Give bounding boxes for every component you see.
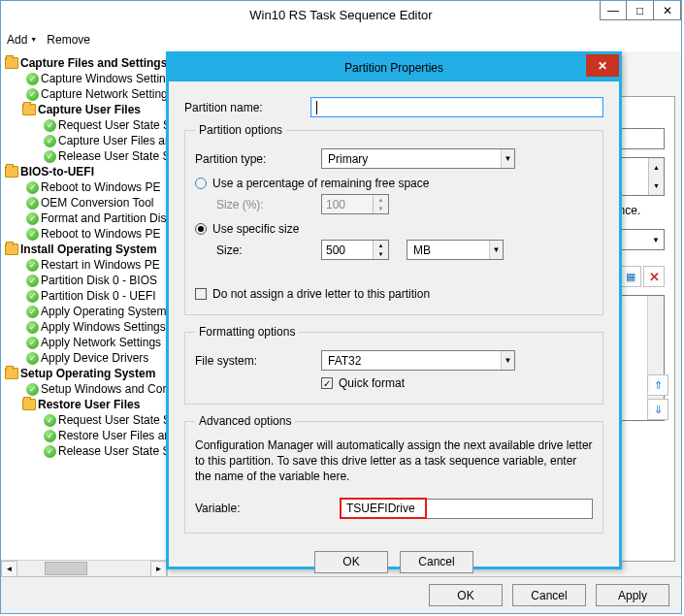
add-menu-button[interactable]: Add▼ <box>7 33 37 47</box>
close-button[interactable]: ✕ <box>654 1 681 20</box>
tree-item[interactable]: Release User State Storage <box>58 149 168 163</box>
radio-use-percentage[interactable] <box>195 178 207 189</box>
titlebar: Win10 RS Task Sequence Editor — □ ✕ <box>1 1 681 28</box>
chevron-down-icon: ▼ <box>30 36 37 43</box>
filesystem-select[interactable]: FAT32▼ <box>321 350 515 371</box>
tree-item[interactable]: Restore User Files and Settings <box>58 429 168 442</box>
scroll-thumb[interactable] <box>45 562 87 575</box>
partition-type-label: Partition type: <box>195 152 321 166</box>
dialog-title: Partition Properties <box>344 61 443 75</box>
move-partition-down-button[interactable]: ⇓ <box>647 399 668 420</box>
filesystem-label: File system: <box>195 354 321 368</box>
size-input[interactable]: 500▲▼ <box>321 240 389 260</box>
task-tree[interactable]: Capture Files and Settings ✓Capture Wind… <box>1 51 167 459</box>
spin-up-icon[interactable]: ▲ <box>374 241 388 250</box>
ok-button[interactable]: OK <box>429 584 503 606</box>
variable-input[interactable]: TSUEFIDrive <box>341 499 593 519</box>
tree-item[interactable]: Apply Windows Settings <box>41 320 166 334</box>
check-icon: ✓ <box>26 306 39 318</box>
group-bios-uefi[interactable]: BIOS-to-UEFI <box>20 165 94 178</box>
formatting-options-legend: Formatting options <box>195 325 299 339</box>
scroll-right-icon[interactable]: ► <box>150 561 167 576</box>
cancel-button[interactable]: Cancel <box>512 584 586 606</box>
group-install-os[interactable]: Install Operating System <box>20 243 157 256</box>
no-drive-letter-label[interactable]: Do not assign a drive letter to this par… <box>212 287 430 301</box>
tree-item[interactable]: Reboot to Windows PE <box>41 180 160 194</box>
radio-use-percentage-label[interactable]: Use a percentage of remaining free space <box>212 177 429 190</box>
check-icon: ✓ <box>26 337 39 349</box>
spin-down-icon: ▼ <box>374 205 388 214</box>
minimize-button[interactable]: — <box>600 1 627 20</box>
tree-item[interactable]: OEM Conversion Tool <box>41 196 154 210</box>
tree-item[interactable]: Apply Operating System <box>41 305 166 318</box>
tree-item[interactable]: Apply Network Settings <box>41 336 161 349</box>
dialog-ok-button[interactable]: OK <box>314 551 388 573</box>
no-drive-letter-checkbox[interactable] <box>195 288 207 300</box>
check-icon: ✓ <box>26 181 39 194</box>
radio-use-specific-size-label[interactable]: Use specific size <box>212 222 299 236</box>
variable-value-highlight: TSUEFIDrive <box>342 500 425 517</box>
properties-button[interactable]: ▦ <box>620 266 641 287</box>
check-icon: ✓ <box>44 135 56 147</box>
tree-item[interactable]: Request User State Storage <box>58 413 168 427</box>
tree-item[interactable]: Partition Disk 0 - BIOS <box>41 274 157 287</box>
radio-use-specific-size[interactable] <box>195 223 207 235</box>
group-capture-user[interactable]: Capture User Files <box>38 103 141 116</box>
check-icon: ✓ <box>44 445 56 458</box>
tree-item[interactable]: Apply Device Drivers <box>41 351 148 365</box>
chevron-down-icon: ▼ <box>489 241 503 259</box>
check-icon: ✓ <box>26 228 39 241</box>
dialog-close-button[interactable]: ✕ <box>586 54 619 77</box>
tree-item[interactable]: Reboot to Windows PE <box>41 227 160 241</box>
tree-item[interactable]: Request User State Storage <box>58 118 168 132</box>
quick-format-checkbox[interactable]: ✓ <box>321 377 333 389</box>
tree-item[interactable]: Capture Network Settings <box>41 87 168 101</box>
move-partition-up-button[interactable]: ⇑ <box>647 374 668 396</box>
check-icon: ✓ <box>44 119 56 132</box>
advanced-options-group: Advanced options Configuration Manager w… <box>184 414 603 534</box>
quick-format-label[interactable]: Quick format <box>339 376 405 390</box>
size-label: Size: <box>195 243 321 257</box>
tree-item[interactable]: Format and Partition Disk <box>41 211 168 225</box>
main-footer: OK Cancel Apply <box>1 576 681 613</box>
size-unit-select[interactable]: MB▼ <box>407 240 504 260</box>
group-restore-user[interactable]: Restore User Files <box>38 398 140 411</box>
check-icon: ✓ <box>26 259 39 272</box>
apply-button[interactable]: Apply <box>596 584 669 606</box>
check-icon: ✓ <box>26 321 39 334</box>
folder-icon <box>22 399 36 410</box>
folder-icon <box>5 166 18 178</box>
scroll-up-icon[interactable]: ▲ <box>649 158 664 177</box>
delete-partition-button[interactable]: ✕ <box>643 266 665 287</box>
partition-name-label: Partition name: <box>184 101 310 114</box>
main-window: Win10 RS Task Sequence Editor — □ ✕ Add▼… <box>0 0 682 614</box>
check-icon: ✓ <box>26 383 39 396</box>
tree-item[interactable]: Partition Disk 0 - UEFI <box>41 289 156 303</box>
window-title: Win10 RS Task Sequence Editor <box>249 8 432 22</box>
size-percent-input: 100▲▼ <box>321 194 389 214</box>
spin-down-icon[interactable]: ▼ <box>374 250 388 260</box>
horizontal-scrollbar[interactable]: ◄ ► <box>1 560 167 576</box>
scroll-left-icon[interactable]: ◄ <box>1 561 17 576</box>
maximize-button[interactable]: □ <box>627 1 654 20</box>
tree-item[interactable]: Capture User Files and Settings <box>58 134 168 147</box>
folder-icon <box>5 368 18 379</box>
partition-name-input[interactable] <box>310 97 603 117</box>
partition-type-select[interactable]: Primary▼ <box>321 148 515 169</box>
group-capture[interactable]: Capture Files and Settings <box>20 56 167 70</box>
group-setup-os[interactable]: Setup Operating System <box>20 367 155 380</box>
folder-icon <box>5 243 18 255</box>
check-icon: ✓ <box>26 212 39 225</box>
scroll-down-icon[interactable]: ▼ <box>649 177 664 195</box>
close-icon: ✕ <box>598 59 607 73</box>
text-caret <box>316 101 317 114</box>
tree-item[interactable]: Capture Windows Settings <box>41 72 168 85</box>
check-icon: ✓ <box>26 275 39 287</box>
dialog-cancel-button[interactable]: Cancel <box>400 551 473 573</box>
remove-button[interactable]: Remove <box>47 33 90 47</box>
tree-item[interactable]: Restart in Windows PE <box>41 258 160 272</box>
folder-icon <box>22 104 36 115</box>
dialog-footer: OK Cancel <box>184 543 603 573</box>
tree-item[interactable]: Release User State Storage <box>58 444 168 458</box>
tree-item[interactable]: Setup Windows and ConfigMgr <box>41 382 168 396</box>
